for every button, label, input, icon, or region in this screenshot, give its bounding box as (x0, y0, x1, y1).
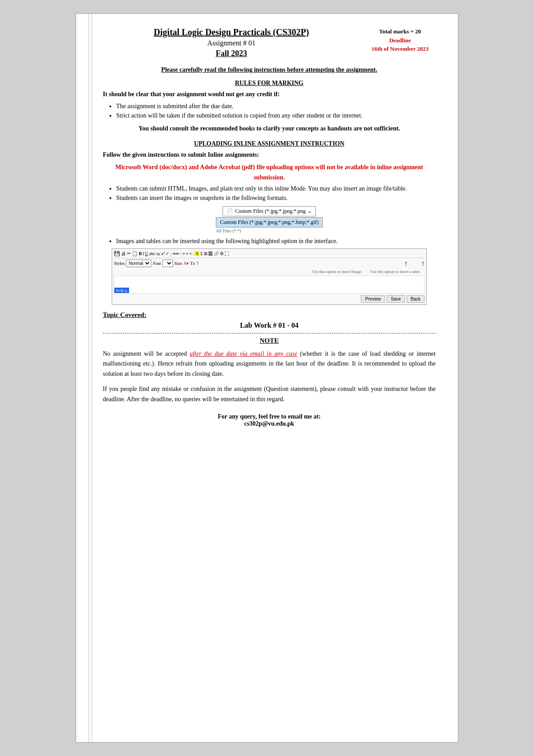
spell-check-btn[interactable]: ✓ (166, 251, 169, 256)
styles-select[interactable]: Normal (126, 260, 151, 267)
link-btn[interactable]: 🔗 (214, 251, 219, 256)
editor-toolbar: 💾 🖨 ✂ 📋 B I U abc x₂ x² ✓ | ⇥ ⇤ | ≡ ≡ ≡ … (114, 251, 425, 258)
strikethrough-btn[interactable]: abc (149, 251, 155, 256)
uploading-title: UPLOADING INLINE ASSIGNMENT INSTRUCTION (103, 140, 436, 147)
arrow-indicators: ↑ ↑ (404, 260, 425, 268)
deadline-date: 16th of November 2023 (364, 45, 436, 53)
file-format-picker: 📄 Custom Files (*.jpg;*.jpeg;*.png ⌄ Cus… (103, 206, 436, 233)
dropdown-label-2: Custom Files (*.jpg;*.jpeg;*.png;*.bmp;*… (220, 219, 319, 225)
note-para1: No assignment will be accepted after the… (103, 349, 436, 379)
total-marks: Total marks = 20 (364, 27, 436, 36)
superscript-btn[interactable]: x² (161, 251, 165, 256)
note-title: NOTE (103, 337, 436, 345)
follow-text: Follow the given instructions to submit … (103, 150, 436, 160)
image-table-item: Images and tables can be inserted using … (116, 238, 436, 245)
warning-text: Microsoft Word (doc/docx) and Adobe Acro… (103, 163, 436, 183)
semester-label: Fall 2023 (98, 49, 364, 58)
font-label: Font (153, 261, 161, 266)
document-page: Digital Logic Design Practicals (CS302P)… (76, 13, 458, 743)
sigma-btn[interactable]: Σ (200, 251, 203, 256)
assignment-number: Assignment # 01 (98, 39, 364, 47)
file-format-dropdown-1[interactable]: 📄 Custom Files (*.jpg;*.jpeg;*.png ⌄ (222, 206, 316, 216)
consult-note: You should consult the recommended books… (103, 124, 436, 134)
subscript-btn[interactable]: x₂ (156, 251, 160, 256)
editor-body[interactable]: body p (114, 276, 425, 293)
help-btn[interactable]: ? (196, 261, 198, 266)
separator2: | (181, 251, 182, 256)
rules-intro: It should be clear that your assignment … (103, 89, 436, 99)
remove-format-btn[interactable]: Tx (190, 261, 195, 266)
note-para2: If you people find any mistake or confus… (103, 384, 436, 404)
header-main: Digital Logic Design Practicals (CS302P)… (98, 27, 364, 58)
list-item: The assignment is submitted after the du… (116, 103, 436, 110)
file-icon: 📄 (227, 208, 233, 215)
header-section: Digital Logic Design Practicals (CS302P)… (98, 27, 436, 58)
image-table-list: Images and tables can be inserted using … (116, 238, 436, 245)
deadline-label: Deadline (364, 36, 436, 45)
insert-table-indicator: ↑ (421, 260, 425, 268)
align-left-btn[interactable]: ≡ (182, 251, 185, 256)
editor-styles-row: Styles Normal Font Size A▾ Tx ? ↑ (114, 260, 425, 268)
contact-line1: For any query, feel free to email me at: (103, 413, 436, 420)
copy-icon: 📋 (132, 251, 138, 256)
outdent-btn[interactable]: ⇤ (176, 251, 180, 256)
dropdown-label-1: Custom Files (*.jpg;*.jpeg;*.png (235, 208, 305, 215)
separator3: | (193, 251, 194, 256)
footer-contact: For any query, feel free to email me at:… (103, 413, 436, 427)
insert-table-label: Use this option to insert a table (370, 269, 420, 274)
save-icon: 💾 (114, 251, 120, 256)
cut-icon: ✂ (127, 251, 131, 256)
main-content: Please carefully read the following inst… (103, 66, 436, 427)
lab-work: Lab Work # 01 - 04 (103, 321, 436, 329)
note-para1-start: No assignment will be accepted (103, 350, 190, 357)
font-select[interactable] (162, 260, 173, 267)
editor-mockup: 💾 🖨 ✂ 📋 B I U abc x₂ x² ✓ | ⇥ ⇤ | ≡ ≡ ≡ … (112, 248, 427, 305)
insert-image-label: Use this option to insert Image (312, 269, 361, 274)
course-title: Digital Logic Design Practicals (CS302P) (98, 27, 364, 37)
format-btn[interactable]: ⚙ (220, 251, 224, 256)
separator: | (170, 251, 171, 256)
print-icon: 🖨 (121, 251, 126, 256)
image-btn[interactable]: 🖼 (208, 251, 213, 256)
contact-email: cs302p@vu.edu.pk (103, 420, 436, 427)
italic-btn[interactable]: I (143, 251, 144, 256)
all-files-label: All Files (*.*) (216, 228, 323, 233)
rules-list: The assignment is submitted after the du… (116, 103, 436, 119)
fullscreen-btn[interactable]: ⛶ (225, 251, 229, 256)
chevron-down-icon: ⌄ (307, 208, 312, 215)
underline-btn[interactable]: U (145, 251, 148, 256)
align-right-btn[interactable]: ≡ (189, 251, 192, 256)
read-instructions-header: Please carefully read the following inst… (103, 66, 436, 73)
uploading-item-1: Students can submit HTML, Images, and pl… (116, 185, 436, 192)
file-format-dropdown-2[interactable]: Custom Files (*.jpg;*.jpeg;*.png;*.bmp;*… (216, 217, 323, 228)
uploading-item-2: Students can insert the images or snapsh… (116, 195, 436, 202)
editor-actions: Preview Save Back (114, 295, 425, 303)
insert-image-indicator: ↑ (404, 260, 408, 268)
save-button[interactable]: Save (387, 295, 405, 303)
table-btn[interactable]: ⊞ (204, 251, 207, 256)
font-color-btn[interactable]: A▾ (183, 261, 189, 266)
indent-btn[interactable]: ⇥ (172, 251, 175, 256)
dashed-divider (103, 333, 436, 333)
bold-btn[interactable]: B (139, 251, 142, 256)
rules-title: RULES FOR MARKING (103, 80, 436, 87)
list-item: Strict action will be taken if the submi… (116, 112, 436, 119)
back-button[interactable]: Back (407, 295, 425, 303)
styles-label: Styles (114, 261, 125, 266)
note-para1-link: after the due date via email in any case (190, 350, 297, 357)
topic-covered-label: Topic Covered: (103, 311, 436, 319)
header-right-info: Total marks = 20 Deadline 16th of Novemb… (364, 27, 436, 53)
editor-body-label: body p (114, 288, 129, 293)
uploading-list: Students can submit HTML, Images, and pl… (116, 185, 436, 202)
align-center-btn[interactable]: ≡ (186, 251, 189, 256)
size-label: Size (174, 261, 182, 266)
preview-button[interactable]: Preview (361, 295, 385, 303)
highlight-btn[interactable]: A (194, 251, 199, 256)
